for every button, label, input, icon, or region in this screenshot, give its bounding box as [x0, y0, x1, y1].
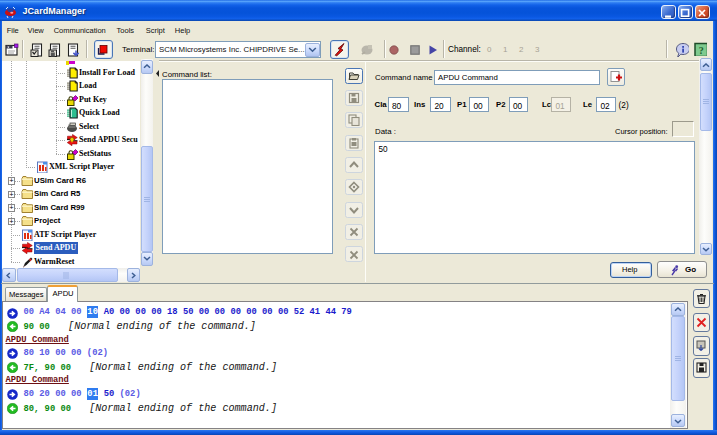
svg-text:?: ? [698, 45, 703, 56]
